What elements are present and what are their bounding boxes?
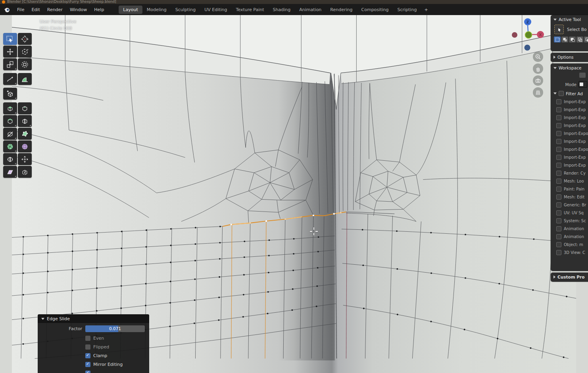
addon-checkbox[interactable] (556, 107, 561, 112)
tool-shear[interactable] (3, 166, 17, 178)
tool-select-box[interactable] (3, 33, 17, 45)
tool-rip-region[interactable] (18, 166, 32, 178)
tab-layout[interactable]: Layout (119, 6, 142, 14)
addon-item[interactable]: Import-Expo (556, 131, 587, 136)
addon-item[interactable]: Import-Exp (556, 100, 587, 104)
flipped-checkbox[interactable] (85, 344, 90, 350)
filter-addons-header[interactable]: Filter Ad (553, 91, 587, 96)
addon-checkbox[interactable] (556, 131, 561, 136)
addon-item[interactable]: UV: UV Sq (556, 211, 587, 215)
even-row[interactable]: Even (85, 336, 149, 341)
tab-sculpting[interactable]: Sculpting (171, 6, 200, 14)
filter-addons-checkbox[interactable] (559, 91, 564, 96)
addon-item[interactable]: Import-Exp (556, 115, 587, 120)
tool-add-cube[interactable] (3, 88, 17, 100)
addon-checkbox[interactable] (556, 218, 561, 223)
partial-row[interactable] (85, 371, 149, 373)
tool-cursor[interactable] (18, 33, 32, 45)
addon-item[interactable]: Render: Cy (556, 171, 587, 176)
tool-transform[interactable] (18, 58, 32, 70)
select-mode-extend[interactable] (561, 37, 568, 42)
tab-shading[interactable]: Shading (269, 6, 295, 14)
add-workspace-button[interactable]: + (421, 6, 431, 14)
tool-scale[interactable] (3, 58, 17, 70)
select-mode-subtract[interactable] (569, 37, 576, 42)
tool-inset-faces[interactable] (18, 102, 32, 114)
tool-poly-build[interactable] (18, 128, 32, 140)
addon-item[interactable]: Mesh: Edit (556, 195, 587, 200)
clamp-row[interactable]: Clamp (85, 353, 149, 358)
pan-button[interactable] (533, 63, 543, 74)
workspace-option-button[interactable] (579, 73, 586, 78)
tool-smooth[interactable] (18, 140, 32, 152)
addon-checkbox[interactable] (556, 147, 561, 152)
menu-window[interactable]: Window (66, 6, 90, 14)
flipped-row[interactable]: Flipped (85, 344, 149, 350)
tool-loop-cut[interactable] (18, 115, 32, 127)
tab-compositing[interactable]: Compositing (357, 6, 393, 14)
addon-checkbox[interactable] (556, 202, 561, 208)
factor-slider[interactable]: 0.071 (85, 325, 145, 332)
addon-item[interactable]: Import-Exp (556, 108, 587, 112)
gizmo-axis-x-neg[interactable] (512, 32, 517, 38)
camera-view-button[interactable] (533, 75, 543, 86)
addon-item[interactable]: Paint: Pain (556, 187, 587, 192)
menu-file[interactable]: File (13, 6, 28, 14)
addon-item[interactable]: Animation (556, 235, 587, 239)
tool-measure[interactable] (18, 73, 32, 85)
menu-edit[interactable]: Edit (28, 6, 43, 14)
addon-item[interactable]: Animation (556, 227, 587, 231)
select-mode-invert[interactable] (576, 37, 583, 42)
tool-annotate[interactable] (3, 73, 17, 85)
addon-checkbox[interactable] (556, 234, 561, 239)
tool-spin[interactable] (3, 140, 17, 152)
addon-checkbox[interactable] (556, 99, 561, 104)
3d-viewport[interactable]: User Perspective (61) Circle 008 (0, 15, 588, 373)
mode-dropdown[interactable] (578, 81, 587, 88)
tool-extrude-region[interactable] (3, 102, 17, 114)
perspective-toggle-button[interactable] (533, 87, 543, 98)
gizmo-axis-y[interactable] (525, 32, 532, 38)
addon-item[interactable]: Object: m (556, 242, 587, 247)
addon-checkbox[interactable] (556, 210, 561, 215)
tab-rendering[interactable]: Rendering (326, 6, 357, 14)
addon-checkbox[interactable] (556, 115, 561, 120)
clamp-checkbox[interactable] (85, 353, 90, 358)
addon-item[interactable]: System: Sc (556, 219, 587, 223)
operator-panel-header[interactable]: Edge Slide (38, 314, 149, 323)
addon-item[interactable]: Mesh: Loo (556, 179, 587, 184)
custom-properties-header[interactable]: Custom Pro (553, 275, 587, 279)
tool-bevel[interactable] (3, 115, 17, 127)
addon-item[interactable]: Import-Exp (556, 123, 587, 128)
tool-move[interactable] (3, 46, 17, 58)
tab-modeling[interactable]: Modeling (142, 6, 171, 14)
tab-animation[interactable]: Animation (295, 6, 326, 14)
select-mode-set[interactable] (554, 37, 561, 42)
even-checkbox[interactable] (85, 336, 90, 341)
tab-texture-paint[interactable]: Texture Paint (232, 6, 269, 14)
addon-checkbox[interactable] (556, 226, 561, 231)
select-mode-intersect[interactable] (584, 37, 588, 42)
tool-edge-slide[interactable] (3, 153, 17, 165)
tool-rotate[interactable] (18, 46, 32, 58)
addon-checkbox[interactable] (556, 123, 561, 128)
addon-checkbox[interactable] (556, 155, 561, 160)
addon-item[interactable]: 3D View: C (556, 250, 587, 255)
addon-item[interactable]: Import-Exp (556, 155, 587, 160)
mirror-editing-checkbox[interactable] (85, 362, 90, 367)
addon-item[interactable]: Import-Exp (556, 163, 587, 168)
addon-checkbox[interactable] (556, 179, 561, 184)
addon-checkbox[interactable] (556, 242, 561, 247)
tab-scripting[interactable]: Scripting (393, 6, 421, 14)
addon-item[interactable]: Generic: Br (556, 203, 587, 208)
addon-checkbox[interactable] (556, 186, 561, 192)
active-tool-header[interactable]: Active Tool (553, 17, 587, 22)
navigation-gizmo[interactable]: Z X (509, 17, 549, 56)
addon-checkbox[interactable] (556, 250, 561, 255)
addon-checkbox[interactable] (556, 163, 561, 168)
addon-checkbox[interactable] (556, 171, 561, 176)
workspace-header[interactable]: Workspace (553, 65, 587, 70)
blender-app-icon[interactable] (4, 6, 10, 13)
tool-shrink-fatten[interactable] (18, 153, 32, 165)
menu-help[interactable]: Help (90, 6, 108, 14)
